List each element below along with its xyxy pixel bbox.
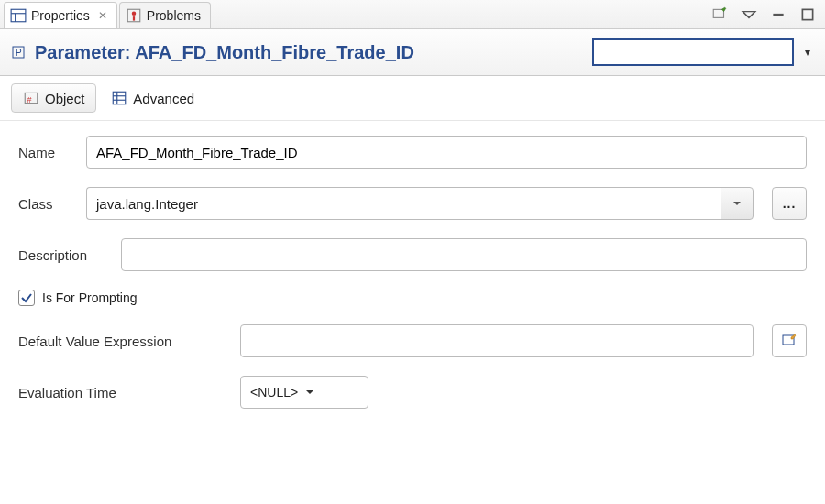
row-eval-time: Evaluation Time <NULL> bbox=[18, 376, 807, 409]
close-icon[interactable]: ✕ bbox=[98, 9, 107, 22]
svg-rect-8 bbox=[802, 9, 812, 19]
edit-expression-button[interactable] bbox=[772, 324, 807, 357]
eval-time-label: Evaluation Time bbox=[18, 385, 229, 400]
tab-properties-label: Properties bbox=[31, 8, 90, 23]
is-for-prompting-checkbox[interactable] bbox=[18, 290, 35, 306]
minimize-icon[interactable] bbox=[770, 6, 786, 23]
view-menu-icon[interactable] bbox=[741, 6, 757, 23]
tab-problems[interactable]: Problems bbox=[119, 2, 211, 28]
svg-rect-7 bbox=[773, 13, 783, 15]
parameter-icon: P bbox=[11, 44, 28, 60]
svg-rect-5 bbox=[133, 16, 135, 21]
class-label: Class bbox=[18, 196, 75, 212]
maximize-icon[interactable] bbox=[799, 6, 816, 23]
class-value: java.lang.Integer bbox=[86, 187, 720, 220]
advanced-icon bbox=[111, 90, 127, 106]
header-dropdown-icon[interactable]: ▾ bbox=[801, 46, 814, 59]
header-search-input[interactable] bbox=[592, 38, 794, 66]
form-area: Name Class java.lang.Integer ... Descrip… bbox=[0, 121, 825, 423]
svg-rect-6 bbox=[713, 9, 723, 17]
svg-point-4 bbox=[132, 12, 137, 16]
svg-rect-13 bbox=[114, 92, 126, 104]
row-description: Description bbox=[18, 238, 807, 271]
default-expr-input[interactable] bbox=[240, 324, 754, 357]
svg-text:P: P bbox=[16, 48, 22, 58]
is-for-prompting-label: Is For Prompting bbox=[42, 290, 137, 305]
description-label: Description bbox=[18, 247, 110, 263]
svg-rect-0 bbox=[11, 9, 26, 22]
chevron-down-icon[interactable] bbox=[720, 187, 754, 220]
chevron-down-icon bbox=[305, 388, 314, 397]
subtab-advanced-label: Advanced bbox=[133, 91, 194, 106]
svg-text:#: # bbox=[28, 95, 32, 104]
eval-time-combo[interactable]: <NULL> bbox=[240, 376, 368, 409]
description-input[interactable] bbox=[121, 238, 807, 271]
tab-properties[interactable]: Properties ✕ bbox=[4, 2, 117, 28]
subtab-advanced[interactable]: Advanced bbox=[100, 84, 205, 112]
class-combo[interactable]: java.lang.Integer bbox=[86, 187, 754, 220]
row-default-expr: Default Value Expression bbox=[18, 324, 807, 357]
properties-icon bbox=[10, 7, 27, 24]
view-tab-bar: Properties ✕ Problems bbox=[0, 0, 825, 29]
row-class: Class java.lang.Integer ... bbox=[18, 187, 807, 220]
page-title: Parameter: AFA_FD_Month_Fibre_Trade_ID bbox=[35, 42, 585, 63]
class-browse-button[interactable]: ... bbox=[772, 187, 807, 220]
name-label: Name bbox=[18, 145, 75, 160]
problems-icon bbox=[126, 7, 142, 24]
eval-time-value: <NULL> bbox=[250, 385, 298, 400]
tab-problems-label: Problems bbox=[147, 8, 201, 23]
row-prompting: Is For Prompting bbox=[18, 290, 807, 306]
object-icon: # bbox=[23, 90, 39, 106]
view-toolbar bbox=[711, 6, 825, 23]
pin-icon[interactable] bbox=[711, 6, 728, 23]
default-expr-label: Default Value Expression bbox=[18, 334, 229, 349]
properties-header: P Parameter: AFA_FD_Month_Fibre_Trade_ID… bbox=[0, 29, 825, 76]
subtab-object[interactable]: # Object bbox=[11, 83, 96, 113]
properties-subtabs: # Object Advanced bbox=[0, 76, 825, 121]
row-name: Name bbox=[18, 136, 807, 169]
subtab-object-label: Object bbox=[45, 91, 84, 106]
name-input[interactable] bbox=[86, 136, 807, 169]
